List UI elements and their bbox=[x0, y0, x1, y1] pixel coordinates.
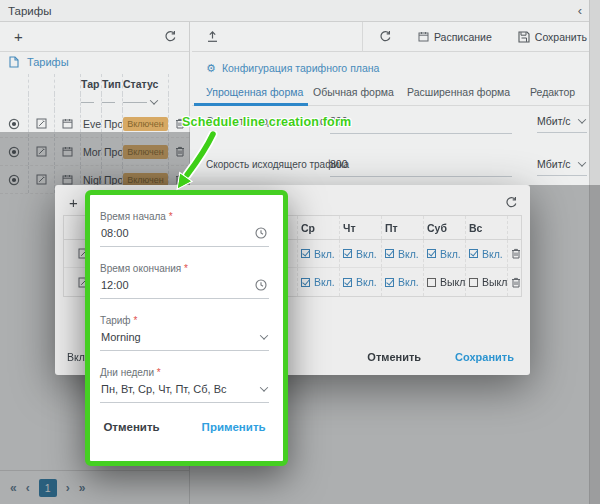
form-field: Время окончания *12:00 bbox=[100, 263, 269, 299]
day-toggle-on[interactable]: Вкл. bbox=[297, 240, 339, 267]
select-input[interactable]: Пн, Вт, Ср, Чт, Пт, Сб, Вс bbox=[100, 383, 269, 403]
field-value: Пн, Вт, Ср, Чт, Пт, Сб, Вс bbox=[101, 383, 226, 395]
field-value: 12:00 bbox=[101, 279, 129, 291]
day-toggle-on[interactable]: Вкл. bbox=[423, 240, 465, 267]
select-input[interactable]: Morning bbox=[100, 331, 269, 351]
delete-icon[interactable] bbox=[507, 268, 523, 296]
delete-icon[interactable] bbox=[507, 240, 523, 267]
field-label: Время начала * bbox=[100, 211, 269, 222]
field-label: Время окончания * bbox=[100, 263, 269, 274]
clock-icon[interactable] bbox=[255, 227, 267, 239]
day-toggle-off[interactable]: Выкл. bbox=[423, 268, 465, 296]
field-value: 08:00 bbox=[101, 227, 129, 239]
time-input[interactable]: 08:00 bbox=[100, 227, 269, 247]
annotation-label: Schedule line creation form bbox=[182, 115, 351, 129]
modal-cancel-button[interactable]: Отменить bbox=[103, 421, 159, 433]
schedule-line-creation-form: Время начала *08:00Время окончания *12:0… bbox=[85, 190, 288, 466]
schedule-save-button[interactable]: Сохранить bbox=[455, 351, 514, 363]
field-label: Дни недели * bbox=[100, 367, 269, 378]
day-toggle-off[interactable]: Выкл. bbox=[465, 268, 507, 296]
day-toggle-on[interactable]: Вкл. bbox=[339, 268, 381, 296]
time-input[interactable]: 12:00 bbox=[100, 279, 269, 299]
day-toggle-on[interactable]: Вкл. bbox=[297, 268, 339, 296]
day-column-header: Чт bbox=[339, 216, 381, 239]
field-label: Тариф * bbox=[100, 315, 269, 326]
form-field: Время начала *08:00 bbox=[100, 211, 269, 247]
schedule-cancel-button[interactable]: Отменить bbox=[367, 351, 421, 363]
field-value: Morning bbox=[101, 331, 141, 343]
day-column-header: Пт bbox=[381, 216, 423, 239]
clock-icon[interactable] bbox=[255, 279, 267, 291]
day-toggle-on[interactable]: Вкл. bbox=[381, 240, 423, 267]
modal-actions: ОтменитьПрименить bbox=[100, 421, 269, 433]
chevron-down-icon bbox=[260, 331, 268, 339]
modal-apply-button[interactable]: Применить bbox=[202, 421, 266, 433]
refresh-icon[interactable] bbox=[505, 196, 518, 209]
day-toggle-on[interactable]: Вкл. bbox=[465, 240, 507, 267]
annotation-arrow bbox=[172, 131, 224, 191]
modal-fields: Время начала *08:00Время окончания *12:0… bbox=[90, 195, 283, 445]
day-column-header: Суб bbox=[423, 216, 465, 239]
add-schedule-line-button[interactable]: + bbox=[69, 195, 78, 210]
form-field: Дни недели *Пн, Вт, Ср, Чт, Пт, Сб, Вс bbox=[100, 367, 269, 403]
day-toggle-on[interactable]: Вкл. bbox=[339, 240, 381, 267]
day-column-header: Вс bbox=[465, 216, 507, 239]
chevron-down-icon bbox=[260, 383, 268, 391]
form-field: Тариф *Morning bbox=[100, 315, 269, 351]
day-toggle-on[interactable]: Вкл. bbox=[381, 268, 423, 296]
day-column-header: Ср bbox=[297, 216, 339, 239]
